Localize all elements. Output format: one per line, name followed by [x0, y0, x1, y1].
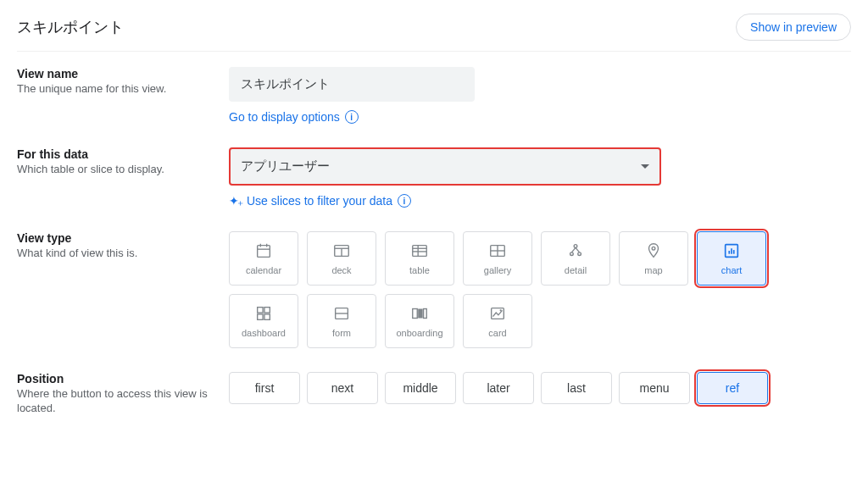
svg-point-14 — [574, 245, 577, 248]
for-this-data-desc: Which table or slice to display. — [17, 163, 229, 177]
svg-rect-25 — [264, 308, 270, 313]
gallery-icon — [488, 241, 507, 260]
row-view-name: View name The unique name for this view.… — [17, 67, 851, 124]
show-in-preview-button[interactable]: Show in preview — [736, 14, 851, 41]
view-type-grid: calendar deck table gallery detail — [229, 231, 822, 348]
position-later[interactable]: later — [463, 372, 534, 404]
page-title: スキルポイント — [17, 17, 124, 37]
onboarding-icon — [410, 304, 429, 323]
chevron-down-icon — [641, 164, 649, 169]
svg-line-18 — [576, 247, 580, 252]
position-desc: Where the button to access this view is … — [17, 387, 229, 416]
position-middle[interactable]: middle — [385, 372, 456, 404]
position-next[interactable]: next — [307, 372, 378, 404]
position-first[interactable]: first — [229, 372, 300, 404]
view-name-label: View name — [17, 67, 229, 80]
position-menu[interactable]: menu — [619, 372, 690, 404]
position-last[interactable]: last — [541, 372, 612, 404]
calendar-icon — [254, 241, 273, 260]
dashboard-icon — [254, 304, 273, 323]
view-name-input[interactable] — [229, 67, 475, 102]
row-position: Position Where the button to access this… — [17, 372, 851, 416]
position-label: Position — [17, 372, 229, 385]
view-type-dashboard[interactable]: dashboard — [229, 294, 298, 348]
go-to-display-options-link[interactable]: Go to display options — [229, 110, 340, 124]
form-icon — [332, 304, 351, 323]
svg-rect-32 — [424, 309, 427, 319]
position-ref[interactable]: ref — [697, 372, 768, 404]
view-type-onboarding[interactable]: onboarding — [385, 294, 454, 348]
deck-icon — [332, 241, 351, 260]
view-type-chart[interactable]: chart — [697, 231, 766, 286]
svg-rect-24 — [258, 308, 263, 313]
view-type-gallery[interactable]: gallery — [463, 231, 532, 286]
view-type-label: View type — [17, 231, 229, 245]
view-type-detail[interactable]: detail — [541, 231, 610, 286]
info-icon[interactable]: i — [398, 194, 411, 208]
map-icon — [644, 241, 663, 260]
view-type-calendar[interactable]: calendar — [229, 231, 298, 286]
use-slices-link[interactable]: Use slices to filter your data — [247, 194, 392, 208]
position-group: first next middle later last menu ref — [229, 372, 851, 404]
svg-rect-7 — [413, 246, 427, 257]
view-name-desc: The unique name for this view. — [17, 82, 229, 97]
view-type-map[interactable]: map — [619, 231, 688, 286]
sparkle-icon: ✦₊ — [229, 194, 242, 208]
view-type-card[interactable]: card — [463, 294, 532, 348]
row-view-type: View type What kind of view this is. cal… — [17, 231, 851, 348]
svg-point-19 — [652, 247, 655, 250]
svg-point-16 — [578, 252, 581, 256]
table-icon — [410, 241, 429, 260]
detail-icon — [566, 241, 585, 260]
for-this-data-label: For this data — [17, 147, 229, 161]
row-for-this-data: For this data Which table or slice to di… — [17, 147, 851, 208]
svg-rect-30 — [413, 309, 418, 319]
for-this-data-select[interactable]: アプリユーザー — [229, 147, 661, 186]
view-type-deck[interactable]: deck — [307, 231, 376, 286]
card-icon — [488, 304, 507, 323]
svg-rect-0 — [258, 246, 270, 258]
svg-rect-31 — [418, 309, 423, 319]
svg-rect-26 — [258, 314, 263, 319]
chart-icon — [722, 241, 741, 260]
view-type-desc: What kind of view this is. — [17, 247, 229, 261]
view-header: スキルポイント Show in preview — [17, 14, 851, 52]
svg-rect-27 — [264, 314, 270, 319]
info-icon[interactable]: i — [345, 110, 359, 124]
svg-point-34 — [500, 309, 502, 311]
svg-point-15 — [570, 252, 574, 256]
for-this-data-value: アプリユーザー — [241, 158, 330, 175]
svg-line-17 — [571, 247, 576, 252]
view-type-form[interactable]: form — [307, 294, 376, 348]
view-type-table[interactable]: table — [385, 231, 454, 286]
